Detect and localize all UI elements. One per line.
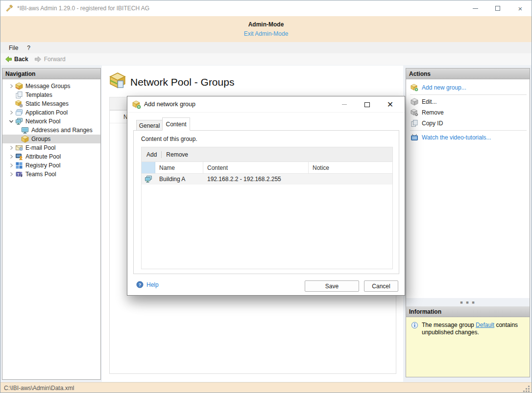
chevron-right-icon[interactable] bbox=[7, 153, 15, 160]
teams-pool-icon: T bbox=[15, 170, 23, 178]
name-column-header[interactable]: Name bbox=[155, 162, 203, 173]
add-button[interactable]: Add bbox=[146, 151, 157, 158]
nav-item-email-pool[interactable]: @ E-mail Pool bbox=[2, 143, 100, 152]
menu-bar: File ? bbox=[0, 42, 532, 53]
edit-group-icon bbox=[411, 98, 418, 106]
nav-item-network-pool[interactable]: Network Pool bbox=[2, 117, 100, 126]
dialog-maximize-button[interactable] bbox=[356, 96, 379, 113]
help-icon: ? bbox=[136, 281, 144, 289]
addresses-and-ranges-icon bbox=[21, 126, 29, 134]
nav-item-teams-pool[interactable]: T Teams Pool bbox=[2, 170, 100, 179]
exit-admin-mode-link[interactable]: Exit Admin-Mode bbox=[0, 30, 532, 37]
admin-mode-banner: Admin-Mode Exit Admin-Mode bbox=[0, 16, 532, 42]
help-link[interactable]: ? Help bbox=[136, 281, 159, 289]
window-title: *IBI-aws Admin 1.29.0 - registered for I… bbox=[17, 5, 149, 12]
back-arrow-icon bbox=[4, 55, 12, 63]
nav-item-registry-pool[interactable]: Registry Pool bbox=[2, 161, 100, 170]
back-label: Back bbox=[14, 56, 28, 63]
action-watch-video-tutorials[interactable]: Watch the video-tutorials... bbox=[406, 132, 530, 143]
dialog-minimize-button[interactable] bbox=[333, 96, 356, 113]
app-window: *IBI-aws Admin 1.29.0 - registered for I… bbox=[0, 0, 532, 393]
nav-item-groups[interactable]: Groups bbox=[2, 135, 100, 143]
app-icon bbox=[5, 4, 13, 12]
admin-mode-title: Admin-Mode bbox=[0, 21, 532, 28]
dialog-title-bar[interactable]: Add network group ✕ bbox=[127, 96, 405, 113]
navigation-tree: Message Groups Templates Static Messages bbox=[2, 79, 100, 179]
nav-item-static-messages[interactable]: Static Messages bbox=[2, 99, 100, 108]
chevron-right-icon[interactable] bbox=[7, 83, 15, 90]
nav-item-attribute-pool[interactable]: Attribute Pool bbox=[2, 152, 100, 161]
add-group-icon bbox=[411, 84, 418, 92]
row-name-cell: Building A bbox=[155, 176, 203, 183]
nav-item-templates[interactable]: Templates bbox=[2, 91, 100, 99]
actions-separator bbox=[410, 94, 527, 95]
minimize-button[interactable] bbox=[464, 0, 486, 16]
table-header-row: Name Content Notice bbox=[142, 162, 392, 174]
data-file-path: C:\IBI-aws\Admin\Data.xml bbox=[4, 385, 74, 392]
tab-general[interactable]: General bbox=[136, 120, 163, 131]
resize-grip[interactable] bbox=[523, 385, 530, 392]
add-network-group-icon bbox=[132, 100, 141, 109]
table-toolbar: Add Remove bbox=[142, 147, 392, 162]
notice-column-header[interactable]: Notice bbox=[309, 162, 392, 173]
svg-text:?: ? bbox=[139, 282, 141, 287]
cancel-button[interactable]: Cancel bbox=[364, 280, 398, 292]
nav-item-application-pool[interactable]: Application Pool bbox=[2, 108, 100, 117]
info-icon bbox=[411, 322, 419, 329]
application-pool-icon bbox=[15, 109, 23, 116]
nav-item-addresses-and-ranges[interactable]: Addresses and Ranges bbox=[2, 126, 100, 135]
toolbar-separator bbox=[161, 151, 162, 158]
title-bar: *IBI-aws Admin 1.29.0 - registered for I… bbox=[0, 0, 532, 16]
menu-help[interactable]: ? bbox=[23, 43, 35, 53]
save-button[interactable]: Save bbox=[305, 280, 359, 292]
templates-icon bbox=[15, 91, 23, 99]
back-button[interactable]: Back bbox=[3, 54, 31, 64]
navigation-panel: Navigation Message Groups Templates bbox=[2, 68, 101, 380]
panel-splitter[interactable]: ■ ■ ■ bbox=[406, 298, 530, 306]
remove-button[interactable]: Remove bbox=[166, 151, 188, 158]
information-panel: The message group Default contains unpub… bbox=[406, 317, 530, 377]
actions-header: Actions bbox=[406, 69, 530, 79]
dialog-close-button[interactable]: ✕ bbox=[379, 96, 402, 113]
action-add-new-group[interactable]: Add new group... bbox=[406, 82, 530, 93]
chevron-right-icon[interactable] bbox=[7, 109, 15, 116]
remove-group-icon bbox=[411, 109, 418, 116]
forward-label: Forward bbox=[44, 56, 66, 63]
svg-text:@: @ bbox=[20, 147, 23, 150]
menu-file[interactable]: File bbox=[4, 43, 23, 53]
action-copy-id[interactable]: Copy ID bbox=[406, 118, 530, 129]
content-column-header[interactable]: Content bbox=[203, 162, 309, 173]
message-groups-icon bbox=[15, 82, 23, 90]
group-content-table: Add Remove Name Content Notice Building … bbox=[141, 147, 393, 269]
navigation-header: Navigation bbox=[2, 69, 100, 79]
close-button[interactable]: × bbox=[509, 0, 532, 16]
row-content-cell: 192.168.2.2 - 192.168.2.255 bbox=[203, 176, 309, 183]
network-pool-icon bbox=[15, 117, 23, 125]
table-row[interactable]: Building A 192.168.2.2 - 192.168.2.255 bbox=[142, 174, 392, 185]
information-header: Information bbox=[406, 306, 530, 317]
copy-id-icon bbox=[411, 119, 418, 127]
default-message-group-link[interactable]: Default bbox=[476, 322, 494, 328]
dialog-title: Add network group bbox=[144, 101, 195, 108]
right-sidebar: Actions Add new group... Edit... Remove bbox=[406, 68, 530, 377]
dialog-tab-page: Content of this group. Add Remove Name C… bbox=[133, 130, 399, 274]
registry-pool-icon bbox=[15, 162, 23, 169]
network-range-icon bbox=[145, 175, 152, 183]
nav-item-message-groups[interactable]: Message Groups bbox=[2, 82, 100, 91]
dialog-description: Content of this group. bbox=[141, 136, 197, 142]
action-remove[interactable]: Remove bbox=[406, 107, 530, 118]
chevron-right-icon[interactable] bbox=[7, 162, 15, 169]
tab-content[interactable]: Content bbox=[162, 117, 190, 131]
chevron-right-icon[interactable] bbox=[7, 144, 15, 151]
chevron-down-icon[interactable] bbox=[7, 118, 15, 125]
static-messages-icon bbox=[15, 100, 23, 108]
actions-list: Add new group... Edit... Remove Copy ID bbox=[406, 79, 530, 298]
selector-column-header[interactable] bbox=[142, 162, 155, 173]
video-tutorials-icon bbox=[411, 134, 418, 141]
network-pool-groups-icon bbox=[109, 72, 126, 89]
chevron-right-icon[interactable] bbox=[7, 171, 15, 178]
svg-text:T: T bbox=[17, 172, 20, 177]
forward-button[interactable]: Forward bbox=[33, 54, 69, 64]
maximize-button[interactable] bbox=[486, 0, 509, 16]
action-edit[interactable]: Edit... bbox=[406, 96, 530, 107]
